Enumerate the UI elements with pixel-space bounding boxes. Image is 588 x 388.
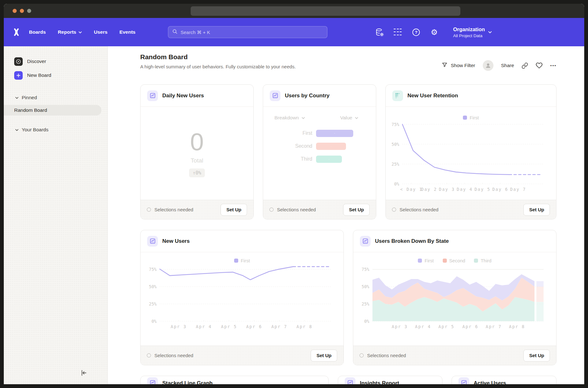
value-dropdown[interactable]: Value [340,115,359,121]
status-text: Selections needed [147,353,193,358]
set-up-button[interactable]: Set Up [311,350,337,362]
navbar-right: ? ⚙ Organization All Project Data [375,18,492,46]
svg-text:< Day 1: < Day 1 [400,187,423,192]
svg-text:25%: 25% [149,301,157,306]
card-header: Users by Country [263,85,376,107]
card-insights-report: Insights Report [338,376,442,384]
svg-text:75%: 75% [362,267,369,272]
svg-text:Apr 6: Apr 6 [246,324,262,329]
retention-grid-icon [392,90,403,101]
global-search[interactable] [168,26,327,38]
chevron-down-icon [302,117,305,119]
empty-circle-icon [360,353,364,357]
chevron-down-icon [15,129,19,131]
collapse-sidebar-icon[interactable] [80,369,87,378]
set-up-button[interactable]: Set Up [523,204,550,216]
svg-text:?: ? [415,30,417,35]
svg-text:75%: 75% [149,267,157,272]
line-chart-icon [360,236,371,247]
search-input[interactable] [181,30,323,35]
country-bar [316,156,342,163]
more-options-icon[interactable]: ••• [550,63,556,68]
card-body: First 75%50%25%0%< Day 1Day 2Day 3Day 4D… [386,107,556,200]
nav-boards-label: Boards [29,29,46,35]
org-text: Organization All Project Data [453,26,485,38]
svg-text:Apr 8: Apr 8 [509,324,525,329]
copy-link-icon[interactable] [522,62,528,69]
nav-boards[interactable]: Boards [29,29,46,35]
app-window: Boards Reports Users Events [4,4,584,384]
card-footer: Selections needed Set Up [141,200,253,219]
pinned-section-label: Pinned [22,95,37,100]
sidebar-item-random-board[interactable]: Random Board [4,105,101,116]
svg-text:0%: 0% [364,319,369,324]
org-switcher[interactable]: Organization All Project Data [453,26,492,38]
set-up-button[interactable]: Set Up [343,204,370,216]
line-chart-icon [270,90,280,101]
settings-gear-icon[interactable]: ⚙ [430,28,439,37]
mixpanel-logo-icon[interactable] [11,27,22,37]
nav-events[interactable]: Events [119,29,135,35]
board-subtitle: A high-level summary of user behaviors. … [140,64,296,69]
page-title: Random Board [140,53,296,61]
org-project: All Project Data [453,33,485,38]
set-up-button[interactable]: Set Up [523,350,550,362]
sidebar-item-discover[interactable]: Discover [4,54,107,68]
card-title: Active Users [474,380,506,384]
nav-users-label: Users [94,29,107,35]
svg-text:Apr 4: Apr 4 [196,324,212,329]
country-row: Second [263,142,376,150]
avatar[interactable] [483,60,493,71]
data-management-icon[interactable] [375,28,384,37]
card-header: Users Broken Down By State [353,230,556,252]
card-header: New Users [141,230,343,252]
svg-text:Apr 3: Apr 3 [392,324,408,329]
card-header: Stacked Line Graph [141,376,328,384]
card-active-users: Active Users [452,376,556,384]
show-filter-button[interactable]: Show Filter [441,62,475,69]
org-name: Organization [453,26,485,32]
share-button[interactable]: Share [501,63,514,68]
svg-text:Day 4: Day 4 [457,187,473,192]
board-content: Random Board A high-level summary of use… [108,46,584,384]
window-button-2[interactable] [20,9,24,13]
svg-text:0%: 0% [394,181,399,186]
card-title: Stacked Line Graph [162,380,213,384]
line-chart-icon [458,377,469,384]
svg-text:Day 5: Day 5 [475,187,491,192]
chevron-down-icon [78,31,82,33]
svg-text:25%: 25% [362,301,369,306]
state-area-chart: 75%50%25%0%Apr 3Apr 4Apr 5Apr 6Apr 7Apr … [353,252,556,345]
sidebar-item-new-board[interactable]: New Board [4,68,107,82]
retention-chart: 75%50%25%0%< Day 1Day 2Day 3Day 4Day 5Da… [386,107,556,200]
country-bar-list: FirstSecondThird [263,129,376,163]
svg-text:25%: 25% [392,162,399,167]
window-button-1[interactable] [13,9,17,13]
svg-text:Apr 4: Apr 4 [415,324,431,329]
nav-reports[interactable]: Reports [58,29,82,35]
country-row: First [263,129,376,137]
nav-users[interactable]: Users [94,29,107,35]
country-row-label: Second [263,143,312,149]
country-bar [316,143,346,150]
sidebar-section-your-boards[interactable]: Your Boards [4,127,107,133]
svg-text:75%: 75% [392,122,399,127]
card-body: First 75%50%25%0%Apr 3Apr 4Apr 5Apr 6Apr… [141,252,343,345]
breakdown-dropdown[interactable]: Breakdown [274,115,305,121]
board-header: Random Board A high-level summary of use… [140,53,296,69]
apps-grid-icon[interactable] [393,28,402,37]
card-body: Breakdown Value FirstSecondThird [263,107,376,200]
window-button-3[interactable] [27,9,31,13]
compass-icon [14,57,23,66]
help-icon[interactable]: ? [412,28,420,37]
sidebar-section-pinned[interactable]: Pinned [4,95,107,100]
breakdown-label: Breakdown [274,115,299,121]
favorite-heart-icon[interactable] [536,62,543,69]
card-title: New User Retention [407,93,458,99]
set-up-button[interactable]: Set Up [221,204,247,216]
share-label: Share [501,63,514,68]
url-bar[interactable] [191,6,460,16]
new-board-label: New Board [27,72,51,78]
status-text: Selections needed [269,207,316,212]
random-board-label: Random Board [14,107,47,113]
